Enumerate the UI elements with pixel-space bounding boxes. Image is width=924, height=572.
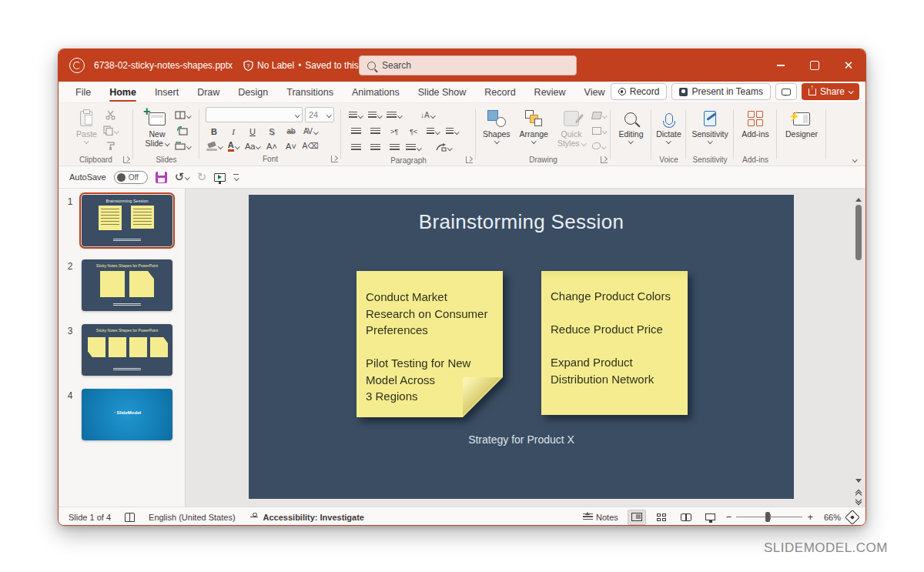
quick-styles-button[interactable]: Quick Styles xyxy=(554,107,589,150)
font-name-combo[interactable] xyxy=(206,107,303,122)
tab-design[interactable]: Design xyxy=(229,82,277,102)
thumbnail-slide-1[interactable]: Brainstorming Session xyxy=(82,195,172,246)
slide-caption[interactable]: Strategy for Product X xyxy=(249,433,794,446)
tab-animations[interactable]: Animations xyxy=(343,82,409,102)
record-button[interactable]: Record xyxy=(611,83,668,100)
clear-formatting-button[interactable]: A⌫ xyxy=(302,139,319,152)
drawing-dialog-launcher[interactable] xyxy=(601,156,608,163)
current-slide[interactable]: Brainstorming Session Conduct Market Res… xyxy=(249,195,794,499)
maximize-button[interactable] xyxy=(798,49,832,82)
format-painter-button[interactable] xyxy=(102,139,119,152)
accessibility-status[interactable]: Accessibility: Investigate xyxy=(249,513,364,522)
tab-home[interactable]: Home xyxy=(100,82,146,102)
tab-insert[interactable]: Insert xyxy=(146,82,188,102)
scroll-down-arrow[interactable] xyxy=(855,479,862,486)
editing-button[interactable]: Editing xyxy=(614,107,647,146)
ltr-button[interactable]: >¶ xyxy=(386,125,403,138)
slide-title[interactable]: Brainstorming Session xyxy=(249,210,794,234)
designer-button[interactable]: Designer xyxy=(782,107,822,141)
align-left-button[interactable] xyxy=(347,141,364,154)
zoom-in-button[interactable]: + xyxy=(807,511,813,523)
minimize-button[interactable] xyxy=(764,49,798,82)
scrollbar-thumb[interactable] xyxy=(855,205,862,260)
sticky-note-left[interactable]: Conduct Market Research on Consumer Pref… xyxy=(357,271,503,417)
italic-button[interactable]: I xyxy=(225,125,242,138)
thumbnail-slide-2[interactable]: Sticky Notes Shapes for PowerPoint xyxy=(82,259,172,311)
slide-sorter-view-button[interactable] xyxy=(652,510,671,525)
shape-fill-button[interactable] xyxy=(591,109,608,122)
change-case-button[interactable]: Aa xyxy=(244,139,261,152)
slide-layout-button[interactable] xyxy=(174,109,191,122)
tab-file[interactable]: File xyxy=(66,82,100,102)
shapes-button[interactable]: Shapes xyxy=(479,107,514,146)
tab-slide-show[interactable]: Slide Show xyxy=(409,82,476,102)
font-dialog-launcher[interactable] xyxy=(331,156,338,162)
underline-button[interactable]: U xyxy=(244,125,261,138)
save-button[interactable] xyxy=(156,172,167,183)
section-button[interactable] xyxy=(174,139,191,152)
smartart-button[interactable] xyxy=(435,141,452,154)
text-direction-button[interactable]: ↓A xyxy=(419,109,436,122)
text-highlight-button[interactable] xyxy=(206,139,223,152)
shape-effects-button[interactable] xyxy=(591,139,608,152)
line-spacing-button[interactable] xyxy=(386,109,403,122)
paste-button[interactable]: Paste xyxy=(72,107,101,146)
undo-button[interactable]: ↺ xyxy=(175,170,189,184)
normal-view-button[interactable] xyxy=(628,510,646,525)
new-slide-button[interactable]: New Slide xyxy=(142,107,173,150)
tab-view[interactable]: View xyxy=(575,82,614,102)
copy-button[interactable] xyxy=(102,124,119,137)
align-right-button[interactable] xyxy=(386,141,403,154)
scroll-up-arrow[interactable] xyxy=(855,195,862,202)
notes-button[interactable]: Notes xyxy=(580,511,621,523)
arrange-button[interactable]: Arrange xyxy=(516,107,552,146)
redo-button[interactable]: ↻ xyxy=(197,170,207,184)
previous-slide-button[interactable] xyxy=(856,490,861,495)
vertical-scrollbar[interactable] xyxy=(853,193,864,502)
tab-transitions[interactable]: Transitions xyxy=(277,82,343,102)
character-spacing-button[interactable]: AV xyxy=(302,125,319,138)
autosave-toggle[interactable]: Off xyxy=(114,171,148,184)
font-size-combo[interactable]: 24 xyxy=(305,107,334,122)
sensitivity-button[interactable]: Sensitivity xyxy=(688,107,732,146)
grow-font-button[interactable]: A˄ xyxy=(263,139,280,152)
paragraph-dialog-launcher[interactable] xyxy=(466,156,473,163)
tab-review[interactable]: Review xyxy=(525,82,575,102)
comments-button[interactable] xyxy=(775,83,797,100)
shrink-font-button[interactable]: A˅ xyxy=(283,139,300,152)
scrollbar-track[interactable] xyxy=(855,203,862,477)
clipboard-dialog-launcher[interactable] xyxy=(123,156,130,163)
rtl-button[interactable]: ¶< xyxy=(405,125,422,138)
slideshow-view-button[interactable] xyxy=(701,510,720,525)
columns-button[interactable] xyxy=(424,125,441,138)
increase-indent-button[interactable] xyxy=(367,125,383,138)
shape-outline-button[interactable] xyxy=(591,124,608,137)
align-text-button[interactable] xyxy=(444,125,460,138)
thumbnail-slide-3[interactable]: Sticky Notes Shapes for PowerPoint xyxy=(82,324,172,376)
thumbnail-slide-4[interactable]: SlideModel xyxy=(82,389,172,440)
proofing-icon[interactable] xyxy=(125,513,135,522)
tab-draw[interactable]: Draw xyxy=(188,82,229,102)
reading-view-button[interactable] xyxy=(677,510,695,525)
sticky-note-right[interactable]: Change Product Colors Reduce Product Pri… xyxy=(541,271,688,415)
reset-slide-button[interactable] xyxy=(174,124,191,137)
numbering-button[interactable] xyxy=(367,109,383,122)
zoom-out-button[interactable]: − xyxy=(726,511,732,523)
customize-qat-button[interactable] xyxy=(233,174,239,180)
search-input[interactable]: Search xyxy=(359,55,577,75)
addins-button[interactable]: Add-ins xyxy=(738,107,773,141)
strikethrough-button[interactable]: ab xyxy=(283,125,300,138)
zoom-slider[interactable] xyxy=(736,517,802,517)
fit-slide-button[interactable] xyxy=(845,510,860,525)
zoom-level[interactable]: 66% xyxy=(819,513,841,522)
close-button[interactable]: ✕ xyxy=(832,49,865,82)
bold-button[interactable]: B xyxy=(206,125,223,138)
bullets-button[interactable] xyxy=(347,109,364,122)
tab-record[interactable]: Record xyxy=(475,82,524,102)
share-button[interactable]: Share xyxy=(802,83,859,100)
text-shadow-button[interactable]: S xyxy=(263,125,280,138)
decrease-indent-button[interactable] xyxy=(347,125,364,138)
dictate-button[interactable]: Dictate xyxy=(652,107,685,146)
justify-button[interactable] xyxy=(405,141,422,154)
align-center-button[interactable] xyxy=(367,141,383,154)
